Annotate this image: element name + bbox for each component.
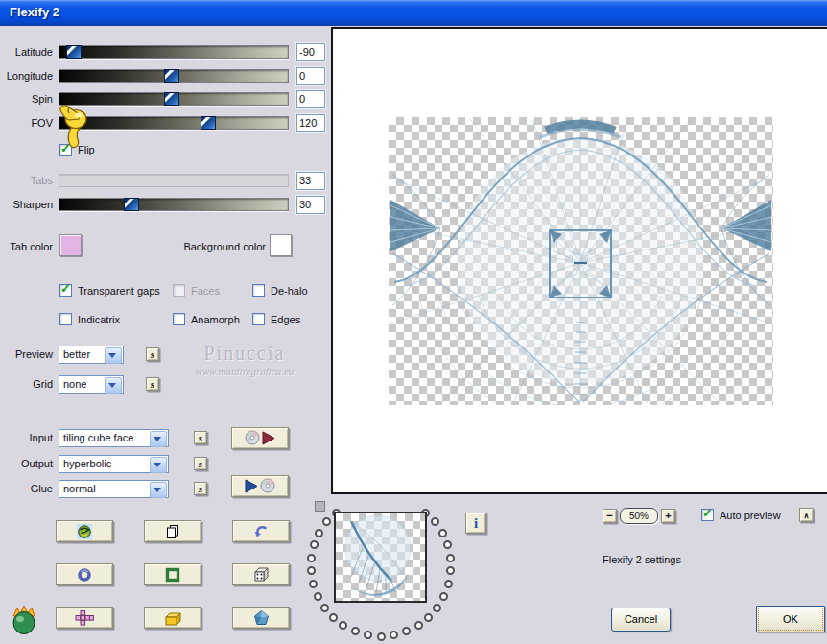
dial-dot[interactable] [310,540,319,549]
zoom-level[interactable]: 50% [620,508,658,524]
latitude-slider[interactable] [59,45,289,59]
input-s-button[interactable]: s [194,431,207,444]
zoom-out-button[interactable]: − [603,509,617,523]
dial-dot[interactable] [351,627,360,635]
flip-checkbox[interactable]: ✓ [59,144,72,156]
transparent-gaps-checkbox[interactable]: ✓ [59,284,72,297]
anamorph-label: Anamorph [191,314,248,326]
chevron-down-icon[interactable] [150,431,167,447]
edges-checkbox[interactable] [252,313,265,325]
spin-value-input[interactable]: 0 [296,90,325,108]
dial-dot[interactable] [414,621,423,630]
dial-handle[interactable] [315,501,325,512]
longitude-slider-thumb[interactable] [164,69,179,83]
dial-dot[interactable] [309,580,318,588]
sharpen-slider[interactable] [59,198,289,211]
chevron-down-icon[interactable] [105,377,122,394]
preview-s-button[interactable]: s [146,347,159,361]
dial-dot[interactable] [402,627,411,635]
cube-button[interactable] [144,607,201,629]
collapse-button[interactable]: ∧ [799,508,814,522]
dial-dot[interactable] [329,613,338,622]
sharpen-label: Sharpen [0,199,53,211]
thumbnail-preview[interactable] [334,512,427,603]
dial-dot[interactable] [446,554,455,562]
unfold-cube-button[interactable] [56,607,113,629]
dial-dot[interactable] [364,631,372,639]
spin-slider[interactable] [59,92,289,106]
sharpen-value-input[interactable]: 30 [296,196,325,214]
dial-dot[interactable] [444,580,453,588]
copy-button[interactable] [144,520,201,542]
ring-icon [77,567,92,583]
polyhedron-button[interactable] [232,607,290,629]
indicatrix-checkbox[interactable] [59,313,72,325]
output-dropdown[interactable]: hyperbolic [59,455,169,473]
zoom-in-button[interactable]: + [661,509,675,523]
dial-dot[interactable] [438,529,447,537]
fov-slider-thumb[interactable] [201,116,216,130]
dial-dot[interactable] [443,540,452,549]
dial-dot[interactable] [322,517,331,526]
status-text: Flexify 2 settings [603,554,746,566]
dial-dot[interactable] [431,517,439,526]
random-button[interactable] [232,563,290,585]
output-s-button[interactable]: s [194,457,207,470]
sphere-map-button[interactable] [56,520,113,542]
tabs-value-input[interactable]: 33 [296,172,325,190]
latitude-slider-thumb[interactable] [66,45,82,59]
cancel-button[interactable]: Cancel [611,608,671,632]
longitude-slider[interactable] [59,69,289,83]
sharpen-slider-thumb[interactable] [124,198,139,211]
anamorph-checkbox[interactable] [173,313,185,325]
de-halo-checkbox[interactable] [252,284,265,297]
load-settings-button[interactable] [231,475,289,497]
dial-dot[interactable] [339,621,347,630]
glue-s-button[interactable]: s [194,482,207,495]
tab-color-swatch[interactable] [59,234,82,256]
glue-dropdown[interactable]: normal [59,480,169,498]
output-dropdown-value: hyperbolic [63,458,111,469]
input-dropdown[interactable]: tiling cube face [59,429,169,447]
dial-dot[interactable] [446,566,455,575]
frame-button[interactable] [144,563,201,585]
copy-pages-icon [165,524,180,539]
transparent-gaps-label: Transparent gaps [78,285,169,298]
chevron-down-icon[interactable] [150,457,167,473]
dial-dot[interactable] [390,631,398,639]
play-cd-icon [244,478,276,494]
preview-dropdown[interactable]: better [59,346,124,364]
grid-label: Grid [0,378,53,391]
dial-dot[interactable] [424,613,433,622]
save-settings-button[interactable] [231,427,289,449]
chevron-down-icon[interactable] [150,482,167,498]
info-button[interactable]: i [465,513,486,534]
ok-button[interactable]: OK [756,606,825,632]
dial-dot[interactable] [433,604,441,612]
dial-dot[interactable] [307,554,316,562]
longitude-value-input[interactable]: 0 [296,67,325,85]
dial-dot[interactable] [320,604,329,612]
grid-s-button[interactable]: s [146,377,159,391]
dial-dot[interactable] [307,566,316,575]
fov-value-input[interactable]: 120 [296,114,325,132]
torus-button[interactable] [56,563,113,585]
grid-dropdown[interactable]: none [59,375,124,394]
undo-button[interactable] [232,520,290,542]
flaming-pear-logo-icon [10,604,38,634]
dial-dot[interactable] [314,592,322,601]
fov-slider[interactable] [59,116,289,130]
dial-dot[interactable] [315,529,323,537]
dice-icon [252,566,270,583]
title-bar[interactable]: Flexify 2 [0,0,827,26]
auto-preview-checkbox[interactable]: ✓ [701,509,714,521]
latitude-label: Latitude [0,46,53,59]
dial-dot[interactable] [439,592,448,601]
flip-label: Flip [78,144,116,156]
background-color-swatch[interactable] [270,234,292,256]
grid-dropdown-value: none [63,378,86,390]
spin-slider-thumb[interactable] [164,92,179,106]
dial-dot[interactable] [377,632,386,641]
latitude-value-input[interactable]: -90 [296,43,325,61]
chevron-down-icon[interactable] [105,347,122,364]
